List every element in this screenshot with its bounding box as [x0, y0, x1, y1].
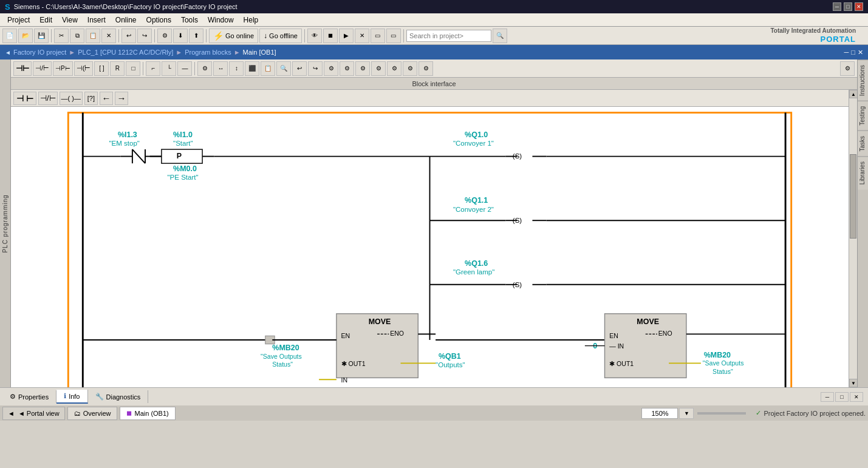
tools-btn1[interactable]: ✕ — [355, 29, 369, 43]
libraries-tab[interactable]: Libraries — [858, 156, 868, 189]
toolbar-more4[interactable]: ⬛ — [245, 61, 259, 76]
info-tab[interactable]: ℹ Info — [56, 390, 87, 404]
cut-button[interactable]: ✂ — [54, 29, 69, 43]
minimize-button[interactable]: ─ — [833, 2, 841, 11]
bottom-maximize[interactable]: □ — [835, 392, 849, 402]
start-button[interactable]: ▶ — [339, 29, 354, 43]
breadcrumb-close[interactable]: ✕ — [858, 49, 863, 56]
menu-tools[interactable]: Tools — [176, 15, 203, 25]
ladder-contact-pos[interactable]: ⊣P⊢ — [53, 61, 73, 76]
svg-text:(S): (S) — [513, 281, 522, 288]
bottom-minimize[interactable]: ─ — [821, 392, 834, 402]
toolbar-more6[interactable]: 🔍 — [276, 61, 291, 76]
menu-insert[interactable]: Insert — [83, 15, 111, 25]
upload-button[interactable]: ⬆ — [189, 29, 203, 43]
toolbar-more1[interactable]: ⚙ — [197, 61, 212, 76]
ladder-contact-nc[interactable]: ⊣/⊢ — [33, 61, 52, 76]
search-input[interactable] — [406, 30, 491, 42]
menu-help[interactable]: Help — [239, 15, 264, 25]
ladder-container[interactable]: %I1.3 "EM stop" %I1.0 "Start" — [11, 107, 849, 387]
breadcrumb-blocks[interactable]: Program blocks — [185, 49, 231, 56]
menu-project[interactable]: Project — [2, 15, 35, 25]
tasks-tab[interactable]: Tasks — [858, 131, 868, 157]
instructions-tab[interactable]: Instructions — [858, 59, 868, 101]
ladder-reset-coil[interactable]: R — [110, 61, 125, 76]
toolbar-more15[interactable]: ⚙ — [419, 61, 433, 76]
compile-button[interactable]: ⚙ — [157, 29, 172, 43]
ladder-box[interactable]: □ — [126, 61, 140, 76]
toolbar-more12[interactable]: ⚙ — [371, 61, 386, 76]
toolbar-more2[interactable]: ↔ — [213, 61, 228, 76]
ladder-close-branch[interactable]: └ — [162, 61, 176, 76]
ladder-coil[interactable]: ⊣(⊢ — [74, 61, 94, 76]
main-toolbar: 📄 📂 💾 ✂ ⧉ 📋 ✕ ↩ ↪ ⚙ ⬇ ⬆ ⚡ Go online ↓ Go… — [0, 27, 868, 45]
toolbar-more3[interactable]: ↕ — [229, 61, 244, 76]
ladder-set-coil[interactable]: [ ] — [94, 61, 109, 76]
rung-coil[interactable]: —( )— — [60, 92, 83, 105]
menu-options[interactable]: Options — [142, 15, 176, 25]
menu-view[interactable]: View — [57, 15, 83, 25]
undo-button[interactable]: ↩ — [121, 29, 136, 43]
bottom-close[interactable]: ✕ — [850, 392, 863, 402]
go-offline-button[interactable]: ↓ Go offline — [259, 29, 302, 43]
toolbar-more9[interactable]: ⚙ — [324, 61, 338, 76]
monitor-button[interactable]: 👁 — [307, 29, 322, 43]
close-button[interactable]: ✕ — [855, 2, 863, 11]
ladder-nop[interactable]: — — [177, 61, 192, 76]
toolbar-more13[interactable]: ⚙ — [387, 61, 402, 76]
breadcrumb-project[interactable]: Factory IO project — [13, 49, 66, 56]
ladder-contact-no[interactable]: ⊣⊢ — [13, 61, 32, 76]
move1-title: MOVE — [369, 317, 391, 326]
paste-button[interactable]: 📋 — [86, 29, 100, 43]
stop-button[interactable]: ⏹ — [323, 29, 338, 43]
main-ob1-tab[interactable]: ◼ Main (OB1) — [120, 407, 175, 420]
save-button[interactable]: 💾 — [34, 29, 49, 43]
search-button[interactable]: 🔍 — [493, 29, 507, 43]
testing-tab[interactable]: Testing — [858, 101, 868, 131]
menu-window[interactable]: Window — [203, 15, 239, 25]
rung-contact-nc[interactable]: ⊣/⊢ — [38, 92, 58, 105]
toolbar-more14[interactable]: ⚙ — [403, 61, 417, 76]
redo-button[interactable]: ↪ — [137, 29, 152, 43]
go-online-button[interactable]: ⚡ Go online — [209, 29, 258, 43]
maximize-button[interactable]: □ — [844, 2, 852, 11]
menu-online[interactable]: Online — [111, 15, 142, 25]
rung-open[interactable]: ← — [100, 92, 113, 105]
new-button[interactable]: 📄 — [2, 29, 17, 43]
menu-edit[interactable]: Edit — [35, 15, 57, 25]
toolbar-more11[interactable]: ⚙ — [355, 61, 370, 76]
scroll-up-button[interactable]: ▲ — [849, 90, 857, 98]
breadcrumb-restore[interactable]: □ — [851, 49, 855, 56]
ladder-open-branch[interactable]: ⌐ — [146, 61, 160, 76]
breadcrumb-main[interactable]: Main [OB1] — [243, 49, 276, 56]
properties-tab[interactable]: ⚙ Properties — [2, 390, 56, 403]
breadcrumb-plc[interactable]: PLC_1 [CPU 1212C AC/DC/Rly] — [78, 49, 173, 56]
q1-1-label: "Convoyer 2" — [453, 206, 494, 213]
toolbar-more8[interactable]: ↪ — [308, 61, 323, 76]
tools-btn3[interactable]: ▭ — [386, 29, 401, 43]
diagnostics-tab[interactable]: 🔧 Diagnostics — [88, 390, 149, 403]
rung-close[interactable]: → — [115, 92, 128, 105]
zoom-slider[interactable] — [697, 412, 746, 415]
scroll-track[interactable] — [849, 98, 857, 379]
copy-button[interactable]: ⧉ — [70, 29, 84, 43]
breadcrumb-minimize[interactable]: ─ — [844, 49, 849, 56]
toolbar-more5[interactable]: 📋 — [261, 61, 275, 76]
download-button[interactable]: ⬇ — [173, 29, 188, 43]
menu-bar: Project Edit View Insert Online Options … — [0, 13, 868, 27]
rung-box2[interactable]: [?] — [84, 92, 98, 105]
toolbar-more7[interactable]: ↩ — [292, 61, 307, 76]
vertical-scrollbar[interactable]: ▲ ▼ — [849, 90, 857, 387]
zoom-input[interactable] — [641, 408, 678, 419]
toolbar-right-extra[interactable]: ⚙ — [840, 61, 855, 76]
tools-btn2[interactable]: ▭ — [371, 29, 385, 43]
portal-view-button[interactable]: ◄ ◄ Portal view — [2, 407, 65, 420]
zoom-dropdown[interactable]: ▼ — [679, 408, 694, 419]
open-button[interactable]: 📂 — [18, 29, 33, 43]
toolbar-more10[interactable]: ⚙ — [340, 61, 354, 76]
scroll-down-button[interactable]: ▼ — [849, 379, 857, 387]
overview-tab[interactable]: 🗂 Overview — [67, 407, 118, 420]
delete-button[interactable]: ✕ — [101, 29, 116, 43]
rung-contact-no[interactable]: ⊣ ⊢ — [13, 92, 36, 105]
bottom-status-bar: ◄ ◄ Portal view 🗂 Overview ◼ Main (OB1) … — [0, 405, 868, 421]
